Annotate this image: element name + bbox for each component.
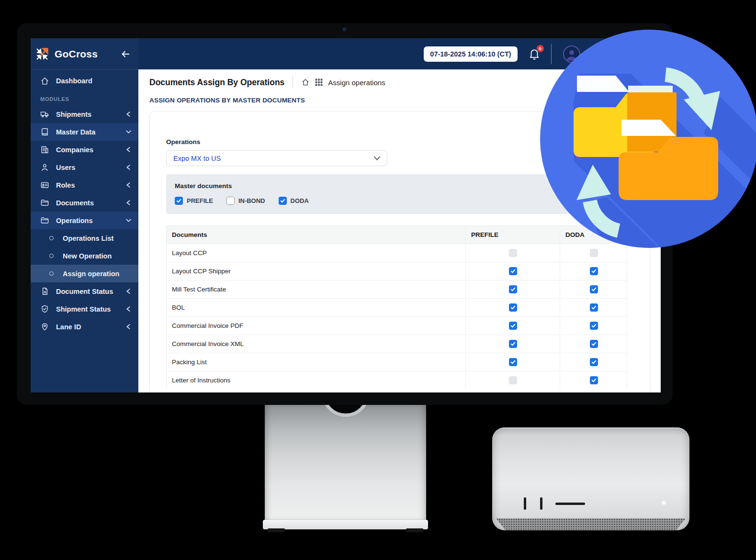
prefile-cell: [465, 299, 560, 316]
webcam-icon: [343, 28, 346, 31]
checkbox-doda-commercial-invoice-xml[interactable]: [590, 340, 598, 348]
checkbox-doda-letter-of-instructions[interactable]: [590, 376, 598, 384]
checkbox-prefile-letter-of-instructions: [509, 376, 517, 384]
table-row: Letter of Instructions: [167, 371, 627, 389]
document-name: Letter of Instructions: [167, 371, 465, 389]
datetime-display: 07-18-2025 14:06:10 (CT): [424, 46, 517, 62]
prefile-cell: [465, 317, 560, 335]
sidebar-item-roles[interactable]: Roles: [31, 176, 138, 194]
sidebar-item-dashboard[interactable]: Dashboard: [31, 72, 138, 90]
prefile-cell: [465, 335, 560, 353]
sidebar-collapse-button[interactable]: [120, 49, 131, 59]
radio-bullet-icon: [49, 271, 54, 276]
sidebar-item-users[interactable]: Users: [31, 158, 138, 176]
folder-icon: [40, 216, 49, 225]
stand-foot: [268, 528, 285, 532]
monitor-stand-base: [263, 520, 428, 529]
home-icon: [40, 77, 49, 86]
checkbox-prefile-commercial-invoice-pdf[interactable]: [509, 322, 517, 330]
doda-cell: [560, 335, 628, 353]
checkbox-prefile-layout-ccp-shipper[interactable]: [509, 267, 517, 275]
checkbox-in-bond[interactable]: [226, 197, 235, 205]
document-name: Mill Test Certificate: [167, 280, 465, 298]
sidebar-item-new-operation[interactable]: New Operation: [31, 247, 138, 265]
sidebar: GoCross DashboardMODULESShipmentsMaster …: [31, 38, 138, 392]
checkbox-doda-bol[interactable]: [590, 303, 598, 312]
checkbox-prefile-packing-list[interactable]: [509, 358, 517, 366]
table-row: Commercial Invoice XML: [167, 335, 627, 353]
chevron-left-icon: [125, 111, 132, 117]
sidebar-item-documents[interactable]: Documents: [31, 194, 138, 212]
master-doc-option-doda[interactable]: DODA: [279, 197, 309, 205]
sidebar-item-companies[interactable]: Companies: [31, 141, 138, 158]
sidebar-item-operations[interactable]: Operations: [31, 212, 138, 229]
sidebar-item-document-status[interactable]: Document Status: [31, 282, 138, 300]
mac-vent-mesh: [496, 518, 686, 530]
master-doc-option-prefile[interactable]: PREFILE: [175, 197, 213, 205]
checkbox-doda-commercial-invoice-pdf[interactable]: [590, 322, 598, 330]
table-row: Commercial Invoice PDF: [167, 316, 627, 335]
chevron-down-icon: [125, 129, 132, 135]
prefile-cell: [465, 353, 560, 371]
sidebar-item-label: Documents: [56, 199, 94, 207]
doda-cell: [560, 371, 628, 389]
operations-select[interactable]: Expo MX to US: [166, 150, 387, 166]
sidebar-item-label: Assign operation: [63, 270, 119, 278]
checkbox-doda[interactable]: [279, 197, 287, 205]
sidebar-item-master-data[interactable]: Master Data: [31, 123, 138, 141]
table-row: Mill Test Certificate: [167, 280, 627, 298]
page-title: Documents Assign By Operations: [149, 78, 284, 88]
checkbox-doda-packing-list[interactable]: [590, 358, 598, 366]
breadcrumb[interactable]: Assign operations: [328, 78, 385, 87]
document-icon: [40, 287, 49, 296]
checkbox-prefile-mill-test-certificate[interactable]: [509, 285, 517, 293]
sidebar-item-shipments[interactable]: Shipments: [31, 105, 138, 123]
checkbox-prefile-layout-ccp: [509, 249, 517, 257]
radio-bullet-icon: [49, 254, 54, 258]
prefile-cell: [465, 280, 560, 298]
sidebar-section-label: MODULES: [31, 90, 138, 105]
doda-cell: [560, 353, 628, 371]
document-name: Layout CCP Shipper: [167, 262, 465, 280]
chevron-left-icon: [125, 306, 132, 312]
checkbox-prefile[interactable]: [175, 197, 183, 205]
sidebar-item-label: Roles: [56, 181, 75, 189]
document-name: Packing List: [167, 353, 465, 371]
notifications-button[interactable]: 0: [528, 48, 541, 60]
usb-c-port: [540, 497, 542, 510]
sidebar-item-label: Lane ID: [56, 323, 81, 331]
sidebar-item-label: Operations List: [63, 235, 113, 242]
master-doc-option-label: DODA: [291, 197, 309, 204]
sidebar-item-lane-id[interactable]: Lane ID: [31, 318, 138, 336]
shield-check-icon: [40, 304, 49, 314]
table-row: Packing List: [167, 353, 627, 371]
master-doc-option-label: PREFILE: [187, 197, 213, 204]
documents-table: DocumentsPREFILEDODALayout CCPLayout CCP…: [166, 225, 627, 389]
checkbox-doda-mill-test-certificate[interactable]: [590, 285, 598, 293]
chevron-left-icon: [125, 200, 132, 206]
home-icon[interactable]: [301, 78, 310, 87]
doda-cell: [560, 299, 628, 316]
checkbox-doda-layout-ccp: [590, 249, 598, 257]
checkbox-prefile-bol[interactable]: [509, 303, 517, 312]
checkbox-doda-layout-ccp-shipper[interactable]: [590, 267, 598, 275]
sidebar-item-label: New Operation: [63, 252, 112, 260]
truck-icon: [40, 110, 49, 119]
sidebar-item-label: Dashboard: [56, 77, 92, 85]
monitor-stand: [265, 405, 426, 520]
master-doc-option-in-bond[interactable]: IN-BOND: [226, 197, 265, 205]
chevron-down-icon: [374, 156, 380, 161]
sidebar-item-operations-list[interactable]: Operations List: [31, 229, 138, 247]
sidebar-item-assign-operation[interactable]: Assign operation: [31, 265, 138, 282]
sidebar-item-label: Document Status: [56, 288, 113, 295]
checkbox-prefile-commercial-invoice-xml[interactable]: [509, 340, 517, 348]
grid-icon: [315, 78, 323, 87]
stand-foot: [406, 528, 423, 532]
prefile-cell: [465, 262, 560, 280]
folder-icon: [40, 198, 49, 207]
document-name: Commercial Invoice PDF: [167, 317, 465, 335]
chevron-left-icon: [125, 182, 132, 188]
document-name: BOL: [167, 299, 465, 316]
breadcrumb-divider: [293, 76, 293, 89]
sidebar-item-shipment-status[interactable]: Shipment Status: [31, 300, 138, 318]
